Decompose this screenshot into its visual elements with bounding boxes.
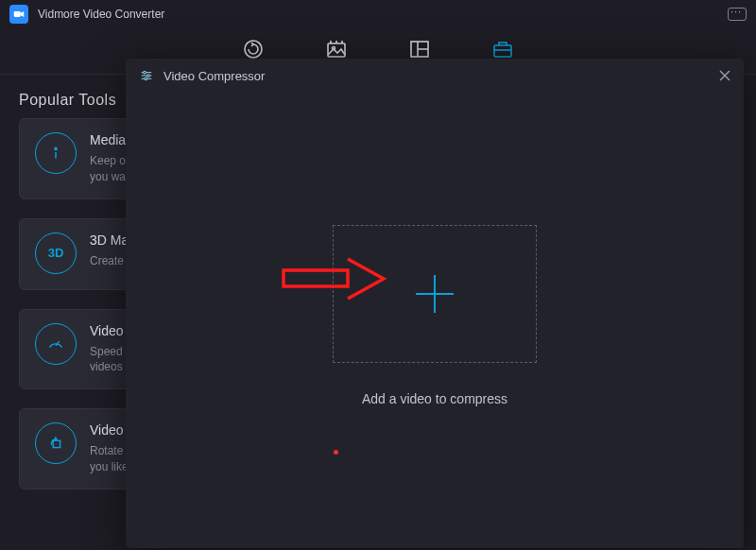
collage-icon [408,38,431,60]
nav-converter[interactable] [240,38,266,60]
svg-rect-7 [494,45,511,57]
svg-point-1 [245,41,262,58]
drop-zone[interactable] [333,225,537,363]
svg-point-9 [55,147,57,149]
annotation-dot [334,450,338,455]
3d-icon: 3D [35,232,77,274]
svg-point-19 [145,77,147,80]
modal-header: Video Compressor [126,59,744,93]
toolbox-icon [490,38,515,60]
more-menu-icon[interactable] [728,8,747,21]
nav-collage[interactable] [406,38,433,60]
app-title: Vidmore Video Converter [38,8,164,21]
modal-title: Video Compressor [163,69,265,83]
speedometer-icon [35,323,77,365]
svg-rect-0 [14,11,21,17]
nav-media[interactable] [323,38,350,60]
rotate-icon [35,422,77,464]
picture-icon [325,38,348,60]
close-button[interactable] [719,70,730,81]
svg-rect-12 [53,440,60,447]
svg-point-18 [147,75,150,77]
spinner-icon [242,38,265,60]
sliders-icon [139,68,154,83]
camera-icon [12,8,26,21]
app-logo [9,5,28,24]
drop-label: Add a video to compress [362,391,507,406]
svg-point-17 [144,71,146,74]
nav-toolbox[interactable] [490,38,516,60]
close-icon [719,70,730,81]
video-compressor-modal: Video Compressor Add a video to compress [126,59,744,548]
info-icon [35,132,77,174]
title-bar: Vidmore Video Converter [0,0,756,28]
